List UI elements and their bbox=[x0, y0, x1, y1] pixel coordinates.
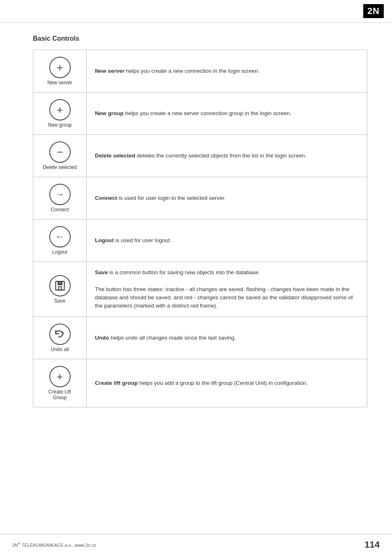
desc-cell-0: New server helps you create a new connec… bbox=[87, 50, 367, 92]
arrow-left-icon: ← bbox=[49, 226, 71, 247]
icon-label-3: Connect bbox=[51, 207, 69, 213]
icon-wrapper-3: →Connect bbox=[42, 184, 78, 213]
icon-wrapper-1: +New group bbox=[42, 99, 78, 128]
icon-label-6: Undo all bbox=[51, 347, 69, 352]
table-row: −Delete selectedDelete selected deletes … bbox=[33, 135, 367, 177]
controls-table: +New serverNew server helps you create a… bbox=[33, 50, 367, 407]
desc-cell-1: New group helps you create a new server … bbox=[87, 92, 367, 135]
svg-rect-3 bbox=[59, 282, 61, 284]
desc-cell-2: Delete selected deletes the currently se… bbox=[87, 135, 367, 177]
icon-wrapper-7: +Create Lift Group bbox=[42, 366, 78, 400]
icon-wrapper-4: ←Logout bbox=[42, 226, 78, 255]
icon-label-0: New server bbox=[47, 80, 72, 86]
table-row: +New groupNew group helps you create a n… bbox=[33, 92, 367, 135]
plus-icon: + bbox=[49, 366, 71, 387]
desc-cell-5: Save is a common button for saving new o… bbox=[87, 262, 367, 317]
icon-wrapper-5: Save bbox=[42, 275, 78, 304]
desc-cell-7: Create lift group helps you add a group … bbox=[87, 359, 367, 407]
desc-cell-4: Logout is used for user logout. bbox=[87, 220, 367, 262]
icon-label-5: Save bbox=[54, 298, 65, 304]
table-row: →ConnectConnect is used for user login t… bbox=[33, 177, 367, 220]
desc-cell-6: Undo helps undo all changes made since t… bbox=[87, 317, 367, 359]
icon-label-7: Create Lift Group bbox=[48, 389, 71, 400]
minus-icon: − bbox=[49, 141, 71, 163]
footer-left: 2N® TELEKOMUNIKACE a.s., www.2n.cz bbox=[12, 542, 96, 548]
icon-label-4: Logout bbox=[52, 249, 67, 255]
logo: 2N bbox=[363, 4, 384, 18]
table-row: ←LogoutLogout is used for user logout. bbox=[33, 220, 367, 262]
table-row: +Create Lift GroupCreate lift group help… bbox=[33, 359, 367, 407]
section-title: Basic Controls bbox=[33, 35, 367, 42]
icon-wrapper-6: Undo all bbox=[42, 324, 78, 352]
table-row: SaveSave is a common button for saving n… bbox=[33, 262, 367, 317]
table-row: +New serverNew server helps you create a… bbox=[33, 50, 367, 92]
footer: 2N® TELEKOMUNIKACE a.s., www.2n.cz 114 bbox=[0, 534, 392, 555]
svg-rect-2 bbox=[58, 287, 61, 290]
main-content: Basic Controls +New serverNew server hel… bbox=[0, 23, 392, 420]
icon-label-1: New group bbox=[48, 122, 71, 128]
icon-wrapper-0: +New server bbox=[42, 57, 78, 86]
undo-icon bbox=[49, 324, 71, 345]
icon-wrapper-2: −Delete selected bbox=[42, 141, 78, 170]
top-bar: 2N bbox=[0, 0, 392, 23]
save-icon bbox=[49, 275, 71, 296]
plus-icon: + bbox=[49, 57, 71, 78]
icon-label-2: Delete selected bbox=[43, 164, 77, 170]
desc-cell-3: Connect is used for user login to the se… bbox=[87, 177, 367, 220]
table-row: Undo allUndo helps undo all changes made… bbox=[33, 317, 367, 359]
page-number: 114 bbox=[364, 539, 380, 550]
arrow-right-icon: → bbox=[49, 184, 71, 205]
plus-icon: + bbox=[49, 99, 71, 120]
